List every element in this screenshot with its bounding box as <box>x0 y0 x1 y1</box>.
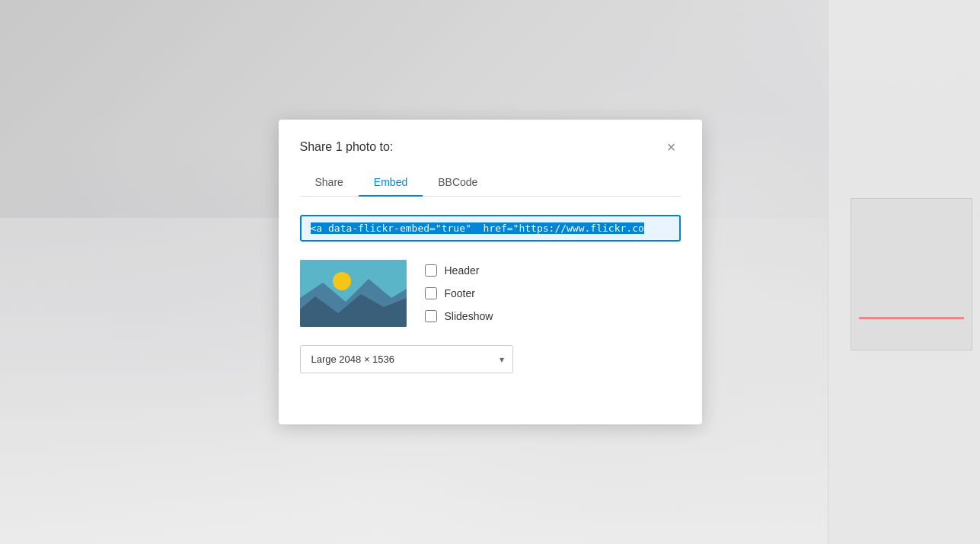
size-select[interactable]: Small 240 Small 320 Medium 500 Medium 64… <box>300 345 513 373</box>
footer-checkbox[interactable] <box>425 287 437 299</box>
checkbox-slideshow[interactable]: Slideshow <box>425 310 493 322</box>
tab-share[interactable]: Share <box>300 168 359 196</box>
modal-backdrop: Share 1 photo to: × Share Embed BBCode <box>0 0 980 544</box>
checkbox-header[interactable]: Header <box>425 264 493 277</box>
embed-code-input[interactable] <box>300 215 681 242</box>
preview-thumbnail <box>300 260 407 327</box>
svg-point-3 <box>333 272 351 290</box>
tab-embed[interactable]: Embed <box>359 168 423 196</box>
checkbox-footer[interactable]: Footer <box>425 287 493 299</box>
modal-header: Share 1 photo to: × <box>300 138 681 156</box>
share-modal: Share 1 photo to: × Share Embed BBCode <box>279 120 702 424</box>
header-label: Header <box>445 264 480 277</box>
close-button[interactable]: × <box>662 138 681 156</box>
tabs-container: Share Embed BBCode <box>300 168 681 197</box>
checkboxes-group: Header Footer Slideshow <box>425 260 493 322</box>
embed-options: Header Footer Slideshow <box>300 260 681 327</box>
slideshow-label: Slideshow <box>445 310 493 322</box>
slideshow-checkbox[interactable] <box>425 310 437 322</box>
tab-bbcode[interactable]: BBCode <box>423 168 493 196</box>
modal-title: Share 1 photo to: <box>300 140 394 154</box>
footer-label: Footer <box>445 287 475 299</box>
size-select-wrapper: Small 240 Small 320 Medium 500 Medium 64… <box>300 345 513 373</box>
header-checkbox[interactable] <box>425 264 437 277</box>
preview-svg <box>300 260 407 327</box>
